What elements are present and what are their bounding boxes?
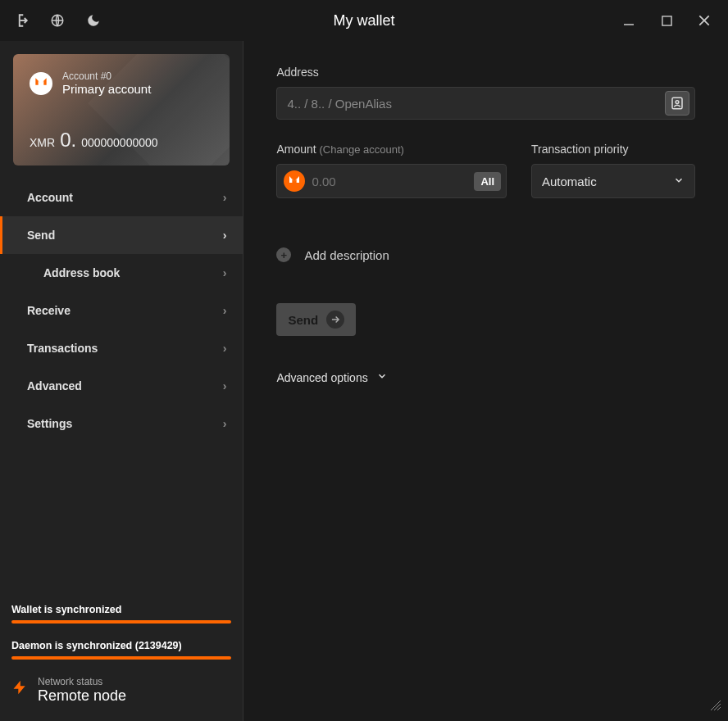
chevron-right-icon: › — [223, 191, 227, 204]
nav-advanced[interactable]: Advanced › — [0, 367, 243, 405]
nav-send[interactable]: Send › — [0, 216, 243, 254]
priority-value: Automatic — [542, 175, 597, 188]
chevron-down-icon — [673, 175, 685, 188]
nav-label: Account — [27, 191, 73, 204]
resize-handle-icon[interactable] — [710, 700, 721, 714]
chevron-right-icon: › — [223, 342, 227, 355]
nav: Account › Send › Address book › Receive … — [0, 179, 243, 442]
address-input-wrap — [276, 87, 695, 120]
daemon-sync-label: Daemon is synchronized (2139429) — [11, 640, 231, 651]
sidebar-status: Wallet is synchronized Daemon is synchro… — [0, 596, 243, 721]
amount-input-wrap: All — [276, 164, 507, 198]
svg-line-8 — [714, 704, 721, 710]
nav-label: Transactions — [27, 342, 98, 355]
advanced-options-toggle[interactable]: Advanced options — [276, 370, 695, 384]
chevron-right-icon: › — [223, 417, 227, 430]
main-content: Address Amount (Change account) All — [243, 41, 728, 721]
logout-icon[interactable] — [7, 6, 36, 35]
priority-select[interactable]: Automatic — [531, 164, 695, 198]
currency-label: XMR — [30, 136, 55, 149]
send-label: Send — [288, 313, 318, 327]
nav-label: Receive — [27, 304, 71, 317]
daemon-sync-bar — [11, 656, 231, 660]
chevron-right-icon: › — [223, 229, 227, 242]
all-button[interactable]: All — [474, 172, 501, 191]
account-number: Account #0 — [62, 70, 151, 82]
nav-label: Send — [27, 229, 55, 242]
bolt-icon — [11, 676, 28, 705]
titlebar: My wallet — [0, 0, 728, 41]
add-description-label: Add description — [304, 248, 389, 262]
window-title: My wallet — [333, 12, 394, 29]
address-book-button[interactable] — [665, 91, 689, 116]
wallet-sync-bar — [11, 620, 231, 624]
address-input[interactable] — [287, 97, 665, 111]
advanced-options-label: Advanced options — [276, 371, 367, 384]
nav-transactions[interactable]: Transactions › — [0, 329, 243, 367]
amount-label: Amount (Change account) — [276, 143, 507, 156]
svg-point-7 — [676, 101, 679, 104]
svg-rect-2 — [662, 16, 671, 25]
nav-label: Address book — [43, 266, 120, 279]
nav-address-book[interactable]: Address book › — [0, 254, 243, 292]
arrow-right-icon — [326, 311, 344, 329]
nav-receive[interactable]: Receive › — [0, 292, 243, 329]
minimize-button[interactable] — [612, 6, 646, 35]
nav-account[interactable]: Account › — [0, 179, 243, 216]
globe-icon[interactable] — [43, 6, 72, 35]
account-name: Primary account — [62, 82, 151, 96]
amount-input[interactable] — [312, 175, 467, 188]
nav-label: Settings — [27, 417, 72, 430]
address-label: Address — [276, 66, 695, 79]
chevron-down-icon — [376, 370, 388, 384]
add-description-button[interactable]: + Add description — [276, 247, 695, 262]
balance: XMR 0.000000000000 — [30, 129, 213, 152]
plus-icon: + — [276, 247, 291, 262]
priority-label: Transaction priority — [531, 143, 695, 156]
chevron-right-icon: › — [223, 304, 227, 317]
monero-logo-icon — [30, 72, 52, 95]
chevron-right-icon: › — [223, 379, 227, 392]
moon-icon[interactable] — [79, 6, 108, 35]
account-card[interactable]: Account #0 Primary account XMR 0.0000000… — [13, 54, 230, 166]
balance-fraction: 000000000000 — [81, 136, 157, 149]
close-button[interactable] — [687, 6, 721, 35]
xmr-icon — [284, 170, 305, 192]
svg-line-9 — [717, 707, 721, 710]
balance-integer: 0. — [60, 129, 76, 152]
wallet-sync-label: Wallet is synchronized — [11, 604, 231, 615]
network-status-label: Network status — [38, 676, 126, 687]
send-button[interactable]: Send — [276, 303, 356, 336]
chevron-right-icon: › — [223, 266, 227, 279]
change-account-link[interactable]: (Change account) — [320, 143, 404, 156]
nav-settings[interactable]: Settings › — [0, 405, 243, 442]
nav-label: Advanced — [27, 379, 82, 392]
sidebar: Account #0 Primary account XMR 0.0000000… — [0, 41, 243, 721]
network-status-value: Remote node — [38, 687, 126, 705]
maximize-button[interactable] — [649, 6, 684, 35]
